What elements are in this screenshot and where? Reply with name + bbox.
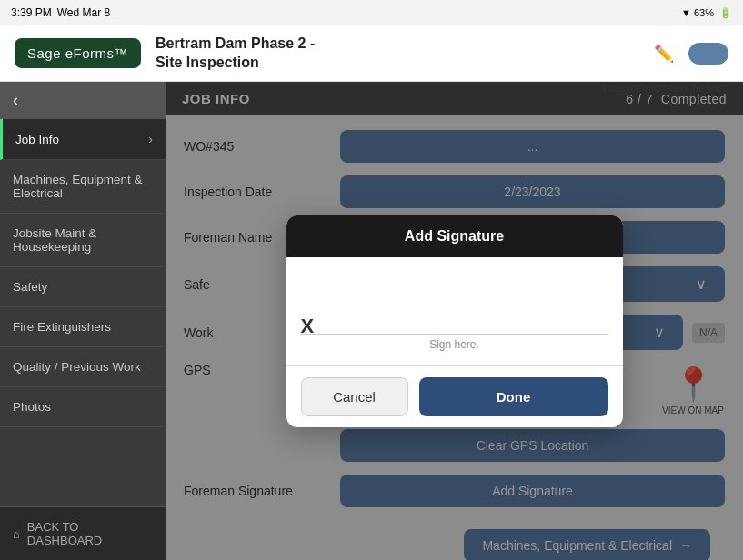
app-logo: Sage eForms™ [15,38,141,68]
battery-icon: 🔋 [719,7,732,19]
home-icon: ⌂ [13,527,20,541]
sidebar-item-label: Quality / Previous Work [13,360,141,374]
sidebar-item-photos[interactable]: Photos [0,387,166,427]
edit-icon[interactable]: ✏️ [654,44,674,64]
sign-here-label: Sign here. [301,334,608,356]
toggle-switch[interactable] [688,43,728,65]
sidebar-item-job-info[interactable]: Job Info › [0,119,166,160]
add-signature-modal: Add Signature X Sign here. Cancel Done [286,215,623,427]
back-label: BACK TO DASHBOARD [27,520,153,547]
back-to-dashboard-button[interactable]: ⌂ BACK TO DASHBOARD [0,506,166,560]
sidebar-item-label: Jobsite Maint & Housekeeping [13,226,153,254]
status-bar: 3:39 PM Wed Mar 8 ▼ 63% 🔋 [0,0,743,25]
app-header: Sage eForms™ Bertram Dam Phase 2 - Site … [0,25,743,82]
status-time: 3:39 PM [11,6,52,19]
sidebar-item-safety[interactable]: Safety [0,267,166,307]
sidebar-item-quality[interactable]: Quality / Previous Work [0,347,166,387]
collapse-icon: ‹ [13,91,18,110]
sidebar-nav: Job Info › Machines, Equipment & Electri… [0,119,166,506]
chevron-right-icon: › [148,132,153,146]
signal-icon: ▼ 63% [681,7,714,18]
main-layout: ‹ Job Info › Machines, Equipment & Elect… [0,82,743,560]
sidebar-collapse-button[interactable]: ‹ [0,82,166,119]
signature-x-mark: X [301,315,315,338]
sidebar-item-label: Fire Extinguishers [13,320,111,334]
sidebar-item-label: Safety [13,280,47,294]
sidebar-item-label: Photos [13,400,51,414]
modal-title: Add Signature [286,215,623,257]
status-day: Wed Mar 8 [57,6,110,19]
sidebar-item-machines[interactable]: Machines, Equipment & Electrical [0,160,166,214]
sidebar-item-label: Job Info [15,133,59,146]
sidebar: ‹ Job Info › Machines, Equipment & Elect… [0,82,166,560]
content-area: JOB INFO 6 / 7 Completed WO#345 ... Insp… [166,82,743,560]
sidebar-item-fire-extinguishers[interactable]: Fire Extinguishers [0,307,166,347]
modal-actions: Cancel Done [286,366,623,427]
cancel-button[interactable]: Cancel [301,377,408,416]
signature-canvas[interactable]: X Sign here. [286,257,623,366]
sidebar-item-jobsite[interactable]: Jobsite Maint & Housekeeping [0,214,166,267]
page-title: Bertram Dam Phase 2 - Site Inspection [156,35,639,73]
sidebar-item-label: Machines, Equipment & Electrical [13,173,153,200]
done-button[interactable]: Done [419,377,608,416]
modal-overlay[interactable]: Add Signature X Sign here. Cancel Done [166,82,743,560]
